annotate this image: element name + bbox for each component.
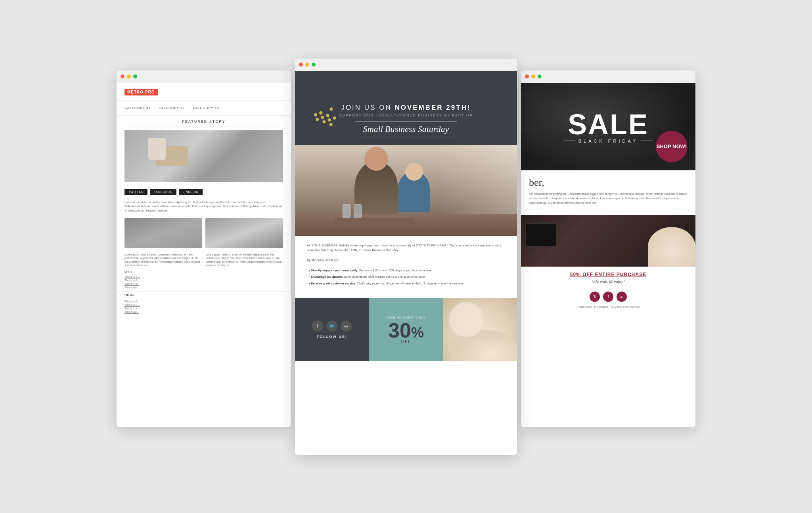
sale-social-icons: 𝕏 f G+ — [521, 292, 695, 302]
benefit-1-label: Directly support your community: — [311, 269, 358, 272]
small-image-row — [117, 215, 291, 251]
main-text-block: Lorem ipsum dolor sit amet, consectetur … — [117, 198, 291, 215]
sale-body: ber, eet, consectetur adipiscing elit. S… — [521, 170, 695, 215]
small-text-2: Lorem ipsum, dolor sit amet, consectetur… — [206, 253, 283, 267]
bowl-shape — [648, 227, 695, 267]
minimize-dot — [127, 74, 131, 78]
footer-dark-panel: f 🐦 ◎ FOLLOW US! — [295, 298, 369, 361]
other-section: OTH This is a S... This is a S... This i… — [117, 269, 291, 291]
maximize-dot-right — [538, 74, 542, 78]
metro-header: METRO PRO — [117, 83, 291, 101]
nav-cat3: CATEGORY #3 — [193, 106, 219, 110]
glass-2 — [354, 204, 362, 218]
person-figure-2 — [398, 173, 430, 212]
by-shopping-text: By shopping small, you: — [307, 258, 505, 263]
twitter-button[interactable]: TWITTER — [124, 189, 147, 195]
benefits-list: • Directly support your community: For e… — [307, 268, 505, 286]
glass-1 — [343, 204, 350, 218]
benefit-3: • Receive great customer service: That's… — [309, 281, 505, 286]
close-dot-right — [525, 74, 529, 78]
featured-label: FEATURED STORY — [124, 120, 283, 126]
sale-text: SALE — [568, 110, 649, 139]
center-footer: f 🐦 ◎ FOLLOW US! take an additional 30% … — [295, 298, 517, 361]
benefit-2-text: Small businesses have created over 8 mil… — [343, 275, 425, 278]
close-dot — [121, 74, 124, 78]
right-browser-window: SALE BLACK FRIDAY SHOP NOW! ber, eet, co… — [521, 71, 695, 427]
cup-decoration — [148, 138, 166, 160]
maximize-dot-center — [312, 63, 316, 67]
recent-label: RECE — [117, 291, 291, 298]
right-browser-bar — [521, 71, 695, 83]
footer-image-panel — [443, 298, 517, 361]
benefit-2: • Encourage job growth: Small businesses… — [309, 274, 505, 280]
metro-nav: CATEGORY #1 CATEGORY #2 CATEGORY #3 — [117, 101, 291, 116]
sale-product-image — [521, 215, 695, 267]
footer-social-icons: f 🐦 ◎ — [312, 320, 352, 332]
person-head — [364, 147, 388, 171]
off-text: OFF — [401, 339, 411, 344]
facebook-social-icon[interactable]: f — [603, 292, 613, 302]
nav-cat1: CATEGORY #1 — [124, 106, 151, 110]
nav-cat2: CATEGORY #2 — [159, 106, 185, 110]
center-body: At [YOUR BUSINESS NAME], we're big suppo… — [295, 236, 517, 298]
intro-text: At [YOUR BUSINESS NAME], we're big suppo… — [307, 243, 505, 254]
center-logo — [311, 81, 501, 98]
cafe-table-top — [335, 218, 414, 224]
cafe-photo — [295, 145, 517, 236]
sale-greeting: ber, — [529, 177, 688, 189]
minimize-dot-center — [305, 63, 309, 67]
link-3[interactable]: This is Lin... — [124, 282, 283, 285]
center-browser-window: JOIN US ON NOVEMBER 29th! SUPPORT OUR LO… — [295, 59, 517, 455]
percent-symbol: % — [411, 324, 424, 341]
recent-link-2[interactable]: This is a S... — [124, 303, 283, 306]
sale-ends-text: sale ends Monday! — [529, 279, 688, 284]
follow-text: FOLLOW US! — [317, 335, 347, 339]
shop-now-badge[interactable]: SHOP NOW! — [656, 131, 688, 162]
left-browser-window: METRO PRO CATEGORY #1 CATEGORY #2 CATEGO… — [117, 71, 291, 427]
googleplus-social-icon[interactable]: G+ — [617, 292, 627, 302]
facebook-button[interactable]: FACEBOOK — [150, 189, 176, 195]
link-1[interactable]: This is a S... — [124, 275, 283, 278]
person-head-2 — [405, 163, 423, 181]
sale-header: SALE BLACK FRIDAY SHOP NOW! — [521, 83, 695, 170]
recent-link-4[interactable]: This is An... — [124, 311, 283, 313]
bigben-image — [205, 218, 283, 248]
social-buttons: TWITTER FACEBOOK LINKEDIN — [117, 186, 291, 198]
sale-discount-section: 50% OFF ENTIRE PURCHASE sale ends Monday… — [521, 267, 695, 288]
maximize-dot — [133, 74, 137, 78]
benefit-1-text: For every $100 spent, $68 stays in your … — [358, 269, 431, 272]
footer-facebook-icon[interactable]: f — [312, 320, 323, 332]
scene-container: METRO PRO CATEGORY #1 CATEGORY #2 CATEGO… — [128, 39, 684, 475]
left-browser-bar — [117, 71, 291, 83]
cafe-floor — [295, 214, 517, 236]
small-text-cols: Lorem ipsum, dolor sit amet, consectetur… — [117, 251, 291, 269]
recent-link-1[interactable]: This is a S... — [124, 300, 283, 303]
benefit-3-label: Receive great customer service: — [311, 282, 356, 285]
join-date: NOVEMBER 29th! — [395, 104, 471, 111]
sale-footer-address: 3 Main Street | Philadelphia, PA 12345 |… — [521, 302, 695, 311]
benefit-3-text: That's why more than 54 percent of sales… — [356, 282, 465, 285]
featured-image — [124, 130, 283, 182]
london-image — [124, 218, 202, 248]
footer-twitter-icon[interactable]: 🐦 — [326, 320, 337, 332]
discount-number: 30% — [388, 320, 424, 341]
main-lorem-text: Lorem ipsum dolor sit amet, consectetur … — [124, 200, 283, 213]
recent-text: RECE — [124, 293, 135, 297]
camera-shape — [525, 223, 557, 247]
link-2[interactable]: This is a S... — [124, 279, 283, 282]
other-label: OTH — [124, 270, 283, 274]
recent-link-3[interactable]: This is Lin... — [124, 307, 283, 310]
twitter-social-icon[interactable]: 𝕏 — [590, 292, 600, 302]
footer-instagram-icon[interactable]: ◎ — [341, 320, 352, 332]
sale-lorem-text: eet, consectetur adipiscing elit. Sed pe… — [529, 192, 688, 205]
linkedin-button[interactable]: LINKEDIN — [179, 189, 203, 195]
link-4[interactable]: This is An... — [124, 286, 283, 289]
metro-logo: METRO PRO — [124, 89, 158, 95]
benefit-1: • Directly support your community: For e… — [309, 268, 505, 273]
featured-section: FEATURED STORY — [117, 116, 291, 186]
discount-value: 30 — [388, 319, 411, 342]
small-text-1: Lorem ipsum, dolor sit amet, consectetur… — [124, 253, 202, 267]
minimize-dot-right — [531, 74, 535, 78]
bowl-circle — [449, 302, 485, 338]
black-friday-label: BLACK FRIDAY — [563, 139, 653, 143]
